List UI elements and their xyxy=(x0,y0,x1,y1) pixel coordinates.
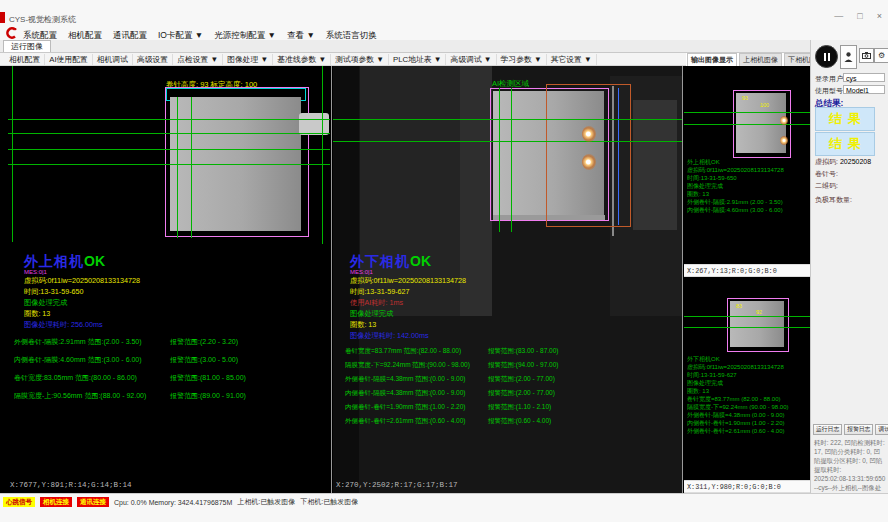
field-barcode: 虚拟码:20250208 xyxy=(815,157,871,167)
toolbar-item[interactable]: 相机配置 xyxy=(5,54,45,65)
preview-overlay-text: 外下相机OK虚拟码:0f11iw=20250208133134728时间:13-… xyxy=(687,355,809,435)
app-logo-icon xyxy=(4,27,17,39)
operator-button[interactable] xyxy=(840,45,857,69)
alarm-range: 报警范围:(2.00 - 77.00) xyxy=(488,375,555,384)
toolbar-item[interactable]: 学习参数 ▼ xyxy=(497,54,547,65)
preview-view-lower[interactable]: 83 92 外下相机OK虚拟码:0f11iw=20250208133134728… xyxy=(684,277,810,480)
process-done-line: 图像处理完成 xyxy=(24,297,140,308)
camera-name: 外下相机 xyxy=(350,253,410,269)
lower-camera-status: 下相机:已触发图像 xyxy=(300,497,358,507)
toolbar-item[interactable]: 图像处理 ▼ xyxy=(223,54,273,65)
tab-highlight-2 xyxy=(780,136,788,145)
preview-line: 时间:13-31-59-627 xyxy=(687,371,809,379)
settings-button[interactable]: ⚙ xyxy=(874,48,888,63)
preview-line: 卷针宽度=83.77mm (82.00 - 88.00) xyxy=(687,395,809,403)
alarm-range: 报警范围:(89.00 - 91.00) xyxy=(170,391,246,401)
measurement-value: 内侧卷针-卷针=1.90mm 范围:(1.00 - 2.20) xyxy=(345,403,488,412)
log-tab-strip: 运行日志报警日志调试日志 xyxy=(813,424,888,435)
preview-line: 内侧卷针-卷针=1.90mm (1.00 - 2.20) xyxy=(687,419,809,427)
preview-line: 虚拟码:0f11iw=20250208133134728 xyxy=(687,363,809,371)
toolbar-item[interactable]: 测试项参数 ▼ xyxy=(331,54,389,65)
side-panel: ⚙ 登录用户: cys 使用型号: Model1 总结果: 结果 结果 虚拟码:… xyxy=(810,40,888,493)
menu-item[interactable]: 查看 ▼ xyxy=(287,30,315,40)
overlay-chip: 92 xyxy=(756,309,762,315)
field-negative-tab-count: 负极耳数量: xyxy=(815,195,854,205)
heartbeat-badge: 心跳信号 xyxy=(3,497,35,507)
loop-count-line: 圈数: 13 xyxy=(24,308,140,319)
measurement-row: 外侧卷针-卷针=2.61mm 范围:(0.60 - 4.00) 报警范围:(0.… xyxy=(345,417,558,426)
toolbar-item[interactable]: PLC地址表 ▼ xyxy=(389,54,446,65)
measurement-row: 内侧卷针-隔膜:4.60mm 范围:(3.00 - 6.00) 报警范围:(3.… xyxy=(14,355,246,365)
preview-line: 图像处理完成 xyxy=(687,379,809,387)
log-tab[interactable]: 报警日志 xyxy=(844,424,873,435)
camera-status: OK xyxy=(410,253,431,269)
toolbar-item[interactable]: 高级设置 xyxy=(133,54,173,65)
time-line: 时间:13-31-59-627 xyxy=(350,286,466,297)
process-time-line: 图像处理耗时: 256.00ms xyxy=(24,319,140,330)
menu-item[interactable]: IO卡配置 ▼ xyxy=(158,30,203,40)
toolbar: 相机配置AI使用配置相机调试高级设置点检设置 ▼图像处理 ▼基准线参数 ▼测试项… xyxy=(0,53,686,66)
menu-item[interactable]: 系统语言切换 xyxy=(326,30,377,40)
close-icon[interactable]: × xyxy=(877,12,882,21)
ai-time-line: 使用AI耗时: 1ms xyxy=(350,297,466,308)
menu-item[interactable]: 通讯配置 xyxy=(113,30,147,40)
pixel-coordinates-lower: X:270,Y:2502;R:17;G:17;B:17 xyxy=(336,481,458,489)
preview-line: 外上相机OK xyxy=(687,158,809,166)
preview-line: 外侧卷针-隔膜:2.91mm (2.00 - 3.50) xyxy=(687,198,809,206)
measurement-value: 外侧卷针-隔膜=4.38mm 范围:(0.00 - 9.00) xyxy=(345,375,488,384)
measurement-value: 隔膜宽度-上:90.56mm 范围:(88.00 - 92.00) xyxy=(14,391,170,401)
preview-line: 图像处理完成 xyxy=(687,182,809,190)
camera-view-lower[interactable]: AI检测区域 外下相机OK MES:0|1 虚拟码:0f11iw=2025020… xyxy=(333,66,682,493)
tab-run-image[interactable]: 运行图像 xyxy=(3,40,51,52)
model-field[interactable]: Model1 xyxy=(843,85,885,94)
preview-tab-upper-camera[interactable]: 上相机图像 xyxy=(739,53,782,67)
menu-item[interactable]: 光源控制配置 ▼ xyxy=(214,30,276,40)
camera-icon xyxy=(862,52,871,59)
toolbar-item[interactable]: 相机调试 xyxy=(93,54,133,65)
log-line: 耗时: 222, 凹陷检测耗时: 17, 凹陷分类耗时: 0, 凹陷提取分区耗时… xyxy=(814,438,886,474)
toolbar-item[interactable]: 其它设置 ▼ xyxy=(547,54,597,65)
status-bar: 心跳信号 相机连接 通讯连接 Cpu: 0.0% Memory: 3424.41… xyxy=(0,493,888,522)
alarm-range: 报警范围:(3.00 - 5.00) xyxy=(170,355,238,365)
log-tab[interactable]: 运行日志 xyxy=(813,424,842,435)
tab-highlight-1 xyxy=(780,116,788,125)
comm-connection-badge: 通讯连接 xyxy=(77,497,109,507)
menu-item[interactable]: 系统配置 xyxy=(23,30,57,40)
pixel-coordinates-preview-2: X:311,Y:980;R:0;G:0;B:0 xyxy=(684,480,810,493)
preview-line: 圈数: 13 xyxy=(687,387,809,395)
preview-line: 外下相机OK xyxy=(687,355,809,363)
toolbar-item[interactable]: 高级调试 ▼ xyxy=(446,54,496,65)
menu-bar: 系统配置相机配置通讯配置IO卡配置 ▼光源控制配置 ▼查看 ▼系统语言切换 xyxy=(0,26,888,40)
measurement-row: 外侧卷针-隔膜:2.91mm 范围:(2.00 - 3.50) 报警范围:(2.… xyxy=(14,337,246,347)
camera-view-upper[interactable]: 卷针高度: 93 标定高度: 100 外上相机OK MES:0|1 虚拟码:0f… xyxy=(8,66,330,493)
maximize-icon[interactable]: □ xyxy=(857,12,862,21)
preview-line: 时间:13-31-59-650 xyxy=(687,174,809,182)
menu-item[interactable]: 相机配置 xyxy=(68,30,102,40)
window-accent-icon xyxy=(0,12,5,23)
measurement-row: 隔膜宽度-上:90.56mm 范围:(88.00 - 92.00) 报警范围:(… xyxy=(14,391,246,401)
alarm-range: 报警范围:(2.00 - 77.00) xyxy=(488,389,555,398)
field-pin-number: 卷针号: xyxy=(815,169,840,179)
connector-part xyxy=(299,113,329,135)
measurement-row: 卷针宽度:83.05mm 范围:(80.00 - 86.00) 报警范围:(81… xyxy=(14,373,246,383)
toolbar-item[interactable]: 基准线参数 ▼ xyxy=(273,54,331,65)
toolbar-item[interactable]: AI使用配置 xyxy=(45,54,93,65)
preview-line: 隔膜宽度-下=92.24mm (90.00 - 98.00) xyxy=(687,403,809,411)
toolbar-item[interactable]: 点检设置 ▼ xyxy=(173,54,223,65)
preview-tab-strip: 输出图像显示 上相机图像 下相机图像 xyxy=(687,53,829,66)
upper-camera-status: 上相机:已触发图像 xyxy=(237,497,295,507)
result-badge-2: 结果 xyxy=(815,132,875,156)
title-bar: CYS-视觉检测系统 — □ × xyxy=(0,0,888,27)
minimize-icon[interactable]: — xyxy=(834,12,843,21)
pixel-coordinates-upper: X:7677,Y:891;R:14;G:14;B:14 xyxy=(10,481,132,489)
measurement-row: 内侧卷针-卷针=1.90mm 范围:(1.00 - 2.20) 报警范围:(1.… xyxy=(345,403,558,412)
login-user-field[interactable]: cys xyxy=(843,73,885,82)
alarm-range: 报警范围:(81.00 - 85.00) xyxy=(170,373,246,383)
measurement-row: 内侧卷针-隔膜=4.38mm 范围:(0.00 - 9.00) 报警范围:(2.… xyxy=(345,389,558,398)
log-output[interactable]: 耗时: 222, 凹陷检测耗时: 17, 凹陷分类耗时: 0, 凹陷提取分区耗时… xyxy=(814,438,886,501)
log-tab[interactable]: 调试日志 xyxy=(875,424,888,435)
pause-button[interactable] xyxy=(815,45,838,68)
camera-tool-button[interactable] xyxy=(859,48,874,63)
preview-view-upper[interactable]: 93 100 外上相机OK虚拟码:0f11iw=2025020813313472… xyxy=(684,66,810,264)
preview-tab-output[interactable]: 输出图像显示 xyxy=(687,53,737,67)
